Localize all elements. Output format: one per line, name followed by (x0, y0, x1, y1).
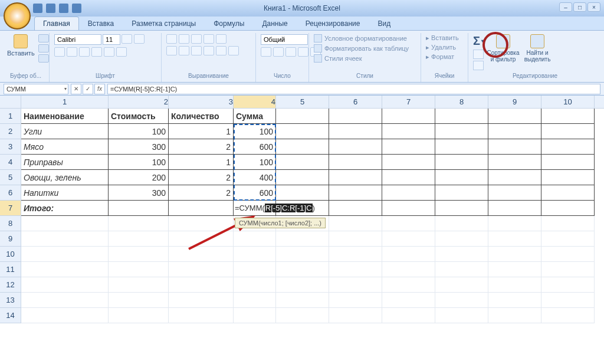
maximize-button[interactable]: □ (573, 2, 586, 12)
worksheet[interactable]: 1 2 3 4 5 6 7 8 9 10 1НаименованиеСтоимо… (0, 96, 604, 323)
cell[interactable] (488, 231, 541, 247)
cell[interactable]: Овощи, зелень (21, 170, 109, 185)
row-header[interactable]: 6 (0, 185, 21, 201)
align-center-icon[interactable] (179, 46, 189, 55)
tab-view[interactable]: Вид (369, 17, 399, 30)
cell[interactable] (382, 231, 435, 247)
cell[interactable] (541, 124, 595, 139)
row-header[interactable]: 13 (0, 293, 21, 308)
shrink-font-icon[interactable] (134, 34, 145, 44)
cell[interactable] (488, 262, 541, 277)
format-painter-icon[interactable] (38, 54, 49, 63)
cell[interactable] (435, 170, 488, 185)
row-header[interactable]: 11 (0, 262, 21, 277)
cell[interactable]: Угли (21, 124, 109, 139)
cell[interactable] (488, 293, 541, 308)
cell[interactable] (329, 139, 382, 155)
cell[interactable] (234, 308, 276, 323)
col-header[interactable]: 7 (382, 96, 435, 108)
cell[interactable] (276, 277, 329, 293)
underline-icon[interactable] (79, 47, 90, 57)
cell[interactable] (276, 109, 329, 124)
cell[interactable]: 300 (109, 139, 169, 155)
cut-icon[interactable] (38, 34, 49, 42)
increase-decimal-icon[interactable] (298, 47, 308, 57)
select-all-corner[interactable] (0, 96, 21, 108)
row-header[interactable]: 8 (0, 216, 21, 231)
wrap-text-icon[interactable] (216, 34, 226, 44)
cell[interactable]: 1 (169, 155, 234, 170)
tab-home[interactable]: Главная (34, 17, 79, 30)
cell[interactable] (382, 124, 435, 139)
cell[interactable] (488, 185, 541, 201)
cell[interactable]: 2 (169, 139, 234, 155)
find-select-button[interactable]: Найти и выделить (523, 34, 552, 63)
font-color-icon[interactable] (116, 47, 127, 57)
cell[interactable] (21, 231, 109, 247)
font-name-input[interactable] (54, 34, 101, 45)
conditional-formatting-button[interactable]: Условное форматирование (314, 34, 407, 42)
cell[interactable]: 600 (234, 185, 276, 201)
cell[interactable]: 2 (169, 170, 234, 185)
cell[interactable]: 100 (234, 124, 276, 139)
close-button[interactable]: × (587, 2, 600, 12)
bold-icon[interactable] (54, 47, 65, 57)
cell[interactable] (488, 170, 541, 185)
fill-icon[interactable] (473, 50, 484, 59)
cell[interactable] (109, 216, 169, 231)
cell[interactable] (169, 216, 234, 231)
percent-icon[interactable] (273, 47, 284, 57)
cell[interactable] (276, 170, 329, 185)
cell[interactable] (488, 155, 541, 170)
cell[interactable] (276, 185, 329, 201)
cell[interactable] (276, 155, 329, 170)
cell[interactable]: Мясо (21, 139, 109, 155)
tab-formulas[interactable]: Формулы (205, 17, 253, 30)
cell[interactable] (234, 262, 276, 277)
cell[interactable] (435, 185, 488, 201)
row-header[interactable]: 12 (0, 277, 21, 293)
minimize-button[interactable]: – (559, 2, 572, 12)
cell[interactable] (541, 185, 595, 201)
formula-bar[interactable]: =СУММ(R[-5]C:R[-1]C) (107, 84, 600, 94)
cell[interactable] (435, 262, 488, 277)
cell[interactable] (382, 293, 435, 308)
cell[interactable] (21, 277, 109, 293)
cell[interactable] (435, 155, 488, 170)
cell[interactable] (382, 308, 435, 323)
col-header[interactable]: 10 (541, 96, 595, 108)
cell[interactable] (329, 293, 382, 308)
cell[interactable] (169, 201, 234, 216)
cell[interactable] (488, 247, 541, 262)
cell[interactable] (109, 201, 169, 216)
cell[interactable]: Приправы (21, 155, 109, 170)
cell[interactable]: 1 (169, 124, 234, 139)
cell[interactable] (435, 139, 488, 155)
tab-review[interactable]: Рецензирование (297, 17, 369, 30)
cell[interactable]: 600 (234, 139, 276, 155)
insert-cells-button[interactable]: ▸ Вставить (426, 34, 459, 42)
cancel-formula-icon[interactable]: ✕ (71, 84, 81, 94)
cell[interactable] (329, 170, 382, 185)
cell[interactable] (541, 139, 595, 155)
autosum-button[interactable]: Σ▾ (473, 34, 484, 48)
cell[interactable] (382, 139, 435, 155)
cell[interactable] (109, 277, 169, 293)
cell[interactable] (329, 262, 382, 277)
col-header[interactable]: 3 (169, 96, 234, 108)
cell[interactable] (488, 308, 541, 323)
cell[interactable]: 400 (234, 170, 276, 185)
col-header[interactable]: 6 (329, 96, 382, 108)
cell[interactable] (435, 308, 488, 323)
cell[interactable] (329, 247, 382, 262)
border-icon[interactable] (91, 47, 102, 57)
cell[interactable] (21, 262, 109, 277)
cell[interactable] (169, 247, 234, 262)
tab-data[interactable]: Данные (253, 17, 296, 30)
cell[interactable] (488, 277, 541, 293)
format-as-table-button[interactable]: Форматировать как таблицу (314, 44, 409, 53)
cell[interactable] (382, 216, 435, 231)
cell[interactable] (435, 277, 488, 293)
cell[interactable] (21, 308, 109, 323)
cell[interactable] (541, 277, 595, 293)
